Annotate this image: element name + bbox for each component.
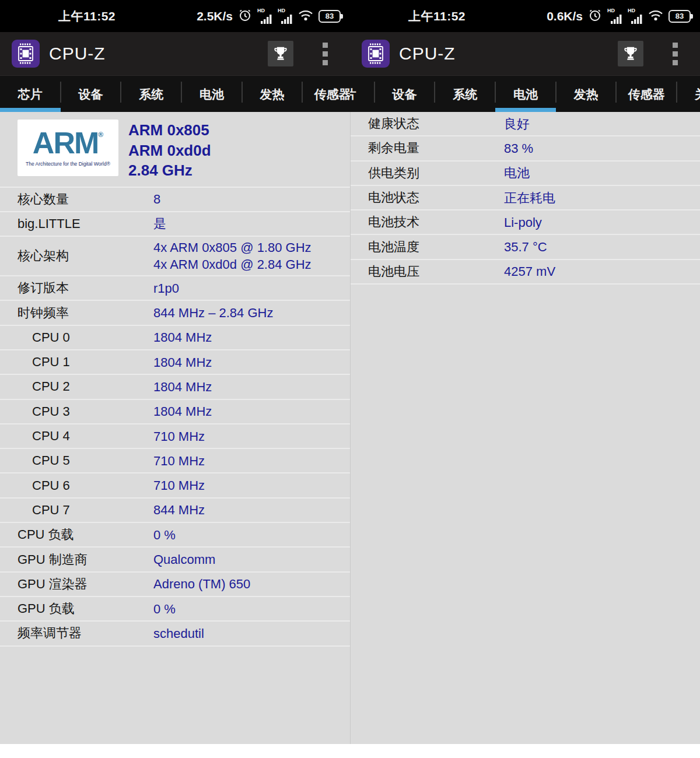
table-row: 电池状态 正在耗电 xyxy=(351,186,700,210)
app-bar: CPU-Z xyxy=(350,32,700,75)
status-bar: 上午11:52 2.5K/s HD HD 83 xyxy=(0,0,350,32)
row-value: 电池 xyxy=(504,164,530,181)
table-row: CPU 2 1804 MHz xyxy=(0,375,350,399)
table-row: 核心架构 4x ARM 0x805 @ 1.80 GHz 4x ARM 0xd0… xyxy=(0,237,350,276)
row-value: 844 MHz – 2.84 GHz xyxy=(153,304,273,321)
cellular-signal-icon: HD xyxy=(628,9,643,24)
cpu-z-logo-icon xyxy=(362,40,390,68)
row-value: 8 xyxy=(153,191,160,208)
table-row: 供电类别 电池 xyxy=(351,162,700,186)
tab-item[interactable]: 发热 xyxy=(242,76,303,112)
dual-screenshot-canvas: 上午11:52 2.5K/s HD HD 83 xyxy=(0,0,700,758)
row-label: 频率调节器 xyxy=(18,624,153,642)
alarm-icon xyxy=(588,8,602,24)
overflow-menu-icon[interactable] xyxy=(320,40,330,68)
row-label: CPU 3 xyxy=(18,404,153,419)
app-title: CPU-Z xyxy=(49,44,268,64)
table-row: GPU 渲染器 Adreno (TM) 650 xyxy=(0,573,350,597)
table-row: CPU 1 1804 MHz xyxy=(0,350,350,375)
app-title: CPU-Z xyxy=(399,44,618,64)
tab-item[interactable]: 芯片 xyxy=(0,76,61,112)
row-label: GPU 制造商 xyxy=(18,551,153,568)
row-label: GPU 渲染器 xyxy=(18,575,153,593)
battery-icon: 83 xyxy=(318,10,341,23)
cellular-signal-icon: HD xyxy=(607,9,622,24)
row-label: CPU 5 xyxy=(18,453,153,468)
table-row: GPU 负载 0 % xyxy=(0,597,350,622)
spec-table: 核心数量 8 big.LITTLE 是 核心架构 4x ARM 0x805 @ … xyxy=(0,188,350,647)
row-label: CPU 1 xyxy=(18,355,153,370)
wifi-icon xyxy=(298,9,313,24)
tab-item[interactable]: 设备 xyxy=(374,76,435,112)
overflow-menu-icon[interactable] xyxy=(670,40,680,68)
status-bar: 上午11:52 0.6K/s HD HD 83 xyxy=(350,0,700,32)
tab-strip: 芯片设备系统电池发热传感器关于 xyxy=(0,76,350,112)
row-value: 4257 mV xyxy=(504,263,555,280)
tab-item[interactable]: 传感器 xyxy=(302,76,350,112)
status-icons: 2.5K/s HD HD 83 xyxy=(197,8,343,24)
row-value: 0 % xyxy=(153,601,176,617)
chip-frequency-line: 2.84 GHz xyxy=(128,160,211,181)
tab-item[interactable]: 发热 xyxy=(556,76,617,112)
row-label: 时钟频率 xyxy=(18,304,153,322)
cellular-signal-icon: HD xyxy=(278,9,293,24)
tab-item[interactable]: 系统 xyxy=(121,76,181,112)
chip-model-line: ARM 0xd0d xyxy=(128,141,211,161)
row-value: 844 MHz xyxy=(153,501,205,518)
tab-item[interactable]: 系统 xyxy=(435,76,495,112)
row-value: Li-poly xyxy=(504,214,542,231)
table-row: 电池电压 4257 mV xyxy=(351,260,700,285)
tab-item[interactable]: 电池 xyxy=(181,76,242,112)
row-label: 电池电压 xyxy=(368,263,504,280)
spec-table: 健康状态 良好 剩余电量 83 % 供电类别 电池 电池状态 正在耗电 电池技术… xyxy=(351,112,700,285)
cellular-signal-icon: HD xyxy=(257,9,272,24)
tab-item[interactable]: 传感器 xyxy=(616,76,677,112)
row-label: CPU 负载 xyxy=(18,526,153,543)
status-clock: 上午11:52 xyxy=(58,8,116,24)
row-label: CPU 0 xyxy=(18,330,153,345)
benchmark-trophy-button[interactable] xyxy=(268,41,293,66)
row-label: 核心数量 xyxy=(18,191,153,208)
table-row: CPU 3 1804 MHz xyxy=(0,400,350,424)
arm-tagline: The Architecture for the Digital World® xyxy=(26,161,110,167)
table-row: 剩余电量 83 % xyxy=(351,136,700,161)
app-bar: CPU-Z xyxy=(0,32,350,75)
table-row: 健康状态 良好 xyxy=(351,112,700,136)
alarm-icon xyxy=(238,8,252,24)
row-label: 剩余电量 xyxy=(368,139,504,157)
row-value: 710 MHz xyxy=(153,452,205,469)
row-value: 1804 MHz xyxy=(153,329,212,346)
arm-logo: ARM® The Architecture for the Digital Wo… xyxy=(18,120,118,176)
left-phone-screen: 上午11:52 2.5K/s HD HD 83 xyxy=(0,0,350,758)
table-row: 电池技术 Li-poly xyxy=(351,210,700,235)
row-value: schedutil xyxy=(153,625,204,642)
tab-bar: 芯片设备系统电池发热传感器关于 xyxy=(0,75,350,112)
row-label: CPU 2 xyxy=(18,379,153,394)
tab-item[interactable]: 设备 xyxy=(61,76,121,112)
table-row: 时钟频率 844 MHz – 2.84 GHz xyxy=(0,301,350,325)
table-row: big.LITTLE 是 xyxy=(0,212,350,237)
battery-icon: 83 xyxy=(668,10,691,23)
cpu-z-logo-icon xyxy=(12,40,40,68)
row-value: 1804 MHz xyxy=(153,354,212,371)
row-label: 核心架构 xyxy=(18,247,153,265)
row-label: 健康状态 xyxy=(368,115,504,132)
trophy-icon xyxy=(272,45,289,62)
row-value: 4x ARM 0x805 @ 1.80 GHz 4x ARM 0xd0d @ 2… xyxy=(153,239,312,273)
table-row: 核心数量 8 xyxy=(0,188,350,212)
tab-item[interactable]: 电池 xyxy=(495,76,556,112)
tab-item[interactable]: 芯片 xyxy=(350,76,374,112)
chip-header: ARM® The Architecture for the Digital Wo… xyxy=(0,112,350,188)
bottom-gap xyxy=(350,744,700,758)
bottom-gap xyxy=(0,744,350,758)
wifi-icon xyxy=(648,9,663,24)
table-row: 频率调节器 schedutil xyxy=(0,622,350,646)
tab-item[interactable]: 关于 xyxy=(677,76,700,112)
row-value: r1p0 xyxy=(153,280,179,297)
table-row: CPU 0 1804 MHz xyxy=(0,326,350,350)
row-value: 83 % xyxy=(504,140,533,157)
benchmark-trophy-button[interactable] xyxy=(618,41,643,66)
tab-strip: 芯片设备系统电池发热传感器关于 xyxy=(350,76,700,112)
row-value: 35.7 °C xyxy=(504,238,547,255)
trophy-icon xyxy=(622,45,639,62)
